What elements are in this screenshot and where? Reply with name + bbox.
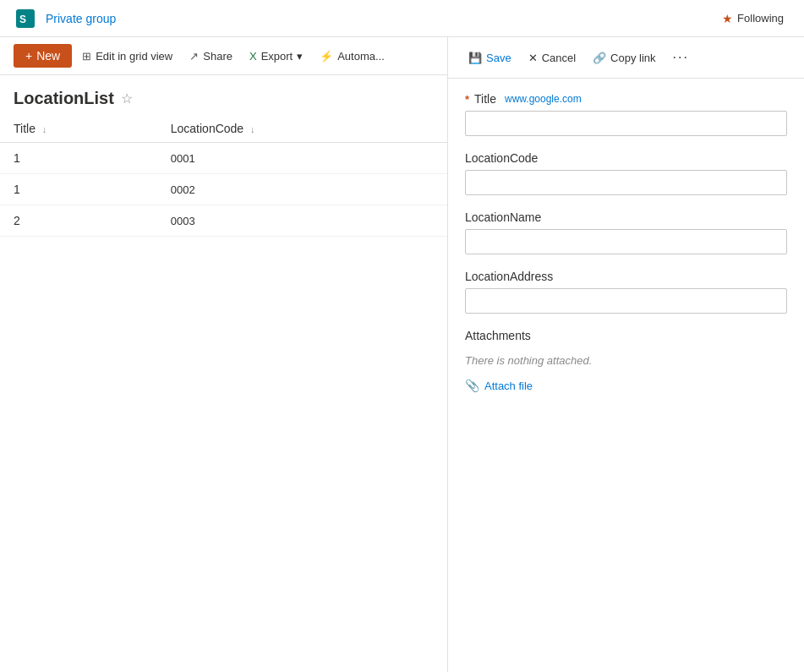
cancel-button[interactable]: ✕ Cancel xyxy=(522,47,582,68)
share-button[interactable]: ↗ Share xyxy=(183,46,239,67)
edit-grid-label: Edit in grid view xyxy=(96,50,172,63)
location-address-input[interactable] xyxy=(465,288,787,314)
table-cell-title: 1 xyxy=(0,174,157,205)
edit-grid-button[interactable]: ⊞ Edit in grid view xyxy=(75,46,179,67)
save-label: Save xyxy=(486,52,511,64)
save-button[interactable]: 💾 Save xyxy=(462,47,518,68)
title-required-star: * xyxy=(465,93,469,106)
table-cell-title: 2 xyxy=(0,205,157,237)
location-name-field: LocationName xyxy=(465,210,787,254)
table-cell-location-code: 0003 xyxy=(157,205,447,237)
paperclip-icon: 📎 xyxy=(465,379,479,392)
cancel-icon: ✕ xyxy=(528,52,538,64)
location-code-sort-icon: ↓ xyxy=(250,124,255,134)
attach-file-label: Attach file xyxy=(484,380,533,392)
table-row[interactable]: 2 0003 xyxy=(0,205,447,237)
location-code-field-label: LocationCode xyxy=(465,151,538,165)
private-group-label[interactable]: Private group xyxy=(46,12,116,25)
export-icon: X xyxy=(249,50,257,63)
location-name-input[interactable] xyxy=(465,229,787,254)
title-sort-icon: ↓ xyxy=(42,124,47,134)
new-label: New xyxy=(36,49,60,63)
title-field: * Title www.google.com xyxy=(465,92,787,136)
column-location-code-label: LocationCode xyxy=(171,122,243,135)
right-panel: 💾 Save ✕ Cancel 🔗 Copy link ··· * Title xyxy=(448,37,804,672)
cancel-label: Cancel xyxy=(542,52,576,64)
no-attachment-text: There is nothing attached. xyxy=(465,351,787,370)
sharepoint-icon: S xyxy=(16,9,35,28)
favorite-star-icon[interactable]: ☆ xyxy=(121,90,133,107)
table-header-row: Title ↓ LocationCode ↓ xyxy=(0,115,447,143)
copy-link-icon: 🔗 xyxy=(593,52,606,64)
copy-link-button[interactable]: 🔗 Copy link xyxy=(586,47,662,68)
new-button[interactable]: + New xyxy=(14,44,72,68)
attachments-label: Attachments xyxy=(465,329,787,342)
location-name-field-header: LocationName xyxy=(465,210,787,224)
attachments-section: Attachments There is nothing attached. 📎… xyxy=(465,329,787,392)
form-toolbar: 💾 Save ✕ Cancel 🔗 Copy link ··· xyxy=(448,37,804,79)
location-address-field-header: LocationAddress xyxy=(465,270,787,283)
location-code-field: LocationCode xyxy=(465,151,787,195)
form-content: * Title www.google.com LocationCode Loca… xyxy=(448,79,804,672)
svg-text:S: S xyxy=(19,14,26,25)
location-code-input[interactable] xyxy=(465,170,787,195)
title-field-hint: www.google.com xyxy=(505,93,582,105)
app-icon: S xyxy=(14,7,37,30)
list-table: Title ↓ LocationCode ↓ 1 0001 1 0002 2 0… xyxy=(0,115,447,237)
left-panel: + New ⊞ Edit in grid view ↗ Share X Expo… xyxy=(0,37,448,672)
more-button[interactable]: ··· xyxy=(666,46,696,69)
column-header-location-code[interactable]: LocationCode ↓ xyxy=(157,115,447,143)
table-row[interactable]: 1 0001 xyxy=(0,143,447,174)
edit-grid-icon: ⊞ xyxy=(82,50,91,63)
location-name-field-label: LocationName xyxy=(465,210,541,224)
location-code-field-header: LocationCode xyxy=(465,151,787,165)
new-plus-icon: + xyxy=(25,49,32,63)
top-bar-right: ★ Following xyxy=(715,8,790,29)
following-button[interactable]: ★ Following xyxy=(715,8,790,29)
list-header: LocationList ☆ xyxy=(0,75,447,115)
title-field-label: Title xyxy=(474,92,496,106)
title-input[interactable] xyxy=(465,111,787,136)
location-address-field: LocationAddress xyxy=(465,270,787,314)
column-header-title[interactable]: Title ↓ xyxy=(0,115,157,143)
attach-file-button[interactable]: 📎 Attach file xyxy=(465,379,533,392)
table-cell-title: 1 xyxy=(0,143,157,174)
share-icon: ↗ xyxy=(189,50,199,63)
automate-button[interactable]: ⚡ Automa... xyxy=(313,46,391,67)
title-field-header: * Title www.google.com xyxy=(465,92,787,106)
table-cell-location-code: 0001 xyxy=(157,143,447,174)
column-title-label: Title xyxy=(14,122,36,135)
table-row[interactable]: 1 0002 xyxy=(0,174,447,205)
copy-link-label: Copy link xyxy=(610,52,655,64)
top-bar: S Private group ★ Following xyxy=(0,0,804,37)
location-address-field-label: LocationAddress xyxy=(465,270,553,283)
top-bar-left: S Private group xyxy=(14,7,116,30)
automate-icon: ⚡ xyxy=(320,50,333,63)
table-cell-location-code: 0002 xyxy=(157,174,447,205)
main-area: + New ⊞ Edit in grid view ↗ Share X Expo… xyxy=(0,37,804,672)
export-button[interactable]: X Export ▾ xyxy=(243,46,309,67)
following-star-icon: ★ xyxy=(722,12,733,25)
automate-label: Automa... xyxy=(337,50,385,63)
save-icon: 💾 xyxy=(468,52,482,64)
export-label: Export xyxy=(261,50,293,63)
toolbar: + New ⊞ Edit in grid view ↗ Share X Expo… xyxy=(0,37,447,75)
share-label: Share xyxy=(203,50,232,63)
list-title: LocationList xyxy=(14,89,114,108)
export-chevron-icon: ▾ xyxy=(297,50,303,63)
more-icon: ··· xyxy=(673,50,689,65)
following-label: Following xyxy=(737,12,784,25)
